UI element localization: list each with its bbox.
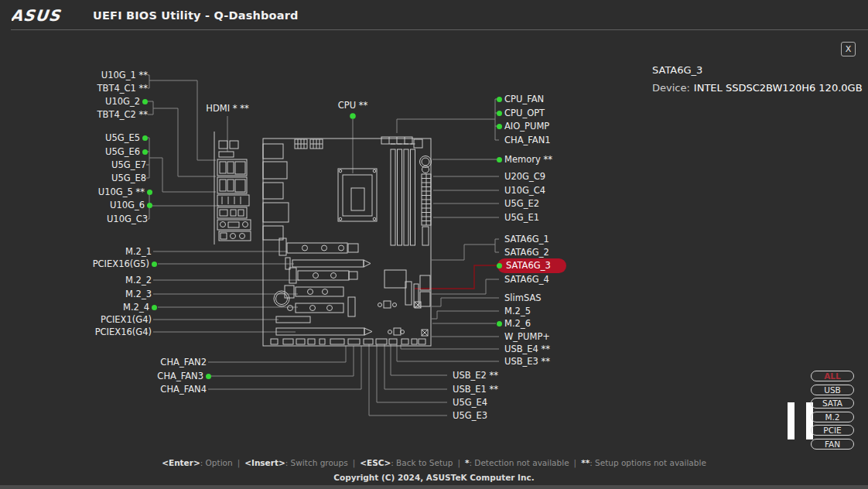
- port-label-text: SATA6G_4: [504, 274, 549, 285]
- port-label-TBT4_C2[interactable]: TBT4_C2 **: [97, 109, 148, 120]
- port-label-CHA_FAN2[interactable]: CHA_FAN2: [160, 357, 207, 368]
- port-label-M.2_3[interactable]: M.2_3: [125, 289, 152, 299]
- port-label-CHA_FAN1[interactable]: CHA_FAN1: [504, 135, 551, 145]
- status-dot: [142, 99, 148, 104]
- port-label-text: M.2_4: [123, 302, 149, 313]
- port-label-CPU_FAN[interactable]: CPU_FAN: [497, 94, 544, 104]
- key-hints: <Enter>: Option|<Insert>: Switch groups|…: [0, 458, 868, 467]
- port-label-M.2_5[interactable]: M.2_5: [504, 306, 531, 316]
- port-label-text: U10G_2: [105, 96, 140, 107]
- port-label-text: M.2_1: [125, 246, 152, 257]
- port-label-text: M.2_3: [125, 289, 152, 299]
- port-label-TBT4_C1[interactable]: TBT4_C1 **: [97, 83, 148, 94]
- port-label-text: SATA6G_2: [504, 247, 549, 258]
- port-label-text: CPU **: [338, 100, 368, 111]
- port-label-CHA_FAN3[interactable]: CHA_FAN3: [157, 371, 211, 381]
- status-dot: [142, 135, 148, 141]
- port-label-text: U10G_5 **: [98, 186, 145, 197]
- port-label-SATA6G_3[interactable]: SATA6G_3: [497, 260, 566, 271]
- port-label-text: CHA_FAN2: [160, 357, 207, 368]
- port-label-text: W_PUMP+: [504, 331, 550, 342]
- port-label-SlimSAS[interactable]: SlimSAS: [504, 292, 542, 303]
- port-label-text: USB_E4 **: [504, 344, 550, 354]
- port-label-text: U5G_E6: [105, 146, 140, 157]
- port-label-SATA6G_4[interactable]: SATA6G_4: [504, 274, 549, 285]
- port-label-M.2_2[interactable]: M.2_2: [125, 275, 152, 286]
- filter-button-m2[interactable]: M.2: [811, 412, 854, 422]
- port-label-AIO_PUMP[interactable]: AIO_PUMP: [497, 121, 549, 132]
- port-label-U5G_E2[interactable]: U5G_E2: [504, 198, 539, 209]
- port-label-U20G_C9[interactable]: U20G_C9: [504, 171, 545, 182]
- port-label-CPU[interactable]: CPU **: [338, 100, 368, 111]
- port-label-text: Memory **: [504, 154, 552, 165]
- port-label-text: M.2_2: [125, 275, 152, 286]
- port-label-text: SATA6G_1: [504, 234, 549, 244]
- status-dot: [147, 203, 152, 208]
- port-label-SATA6G_1[interactable]: SATA6G_1: [504, 234, 549, 244]
- port-label-SATA6G_2[interactable]: SATA6G_2: [504, 247, 549, 258]
- hint-desc: : Switch groups: [285, 458, 348, 467]
- port-label-M.2_1[interactable]: M.2_1: [125, 246, 152, 257]
- port-label-PCIEX16(G4)[interactable]: PCIEX16(G4): [95, 327, 152, 337]
- filter-button-fan[interactable]: FAN: [811, 439, 854, 450]
- port-label-text: CHA_FAN4: [160, 384, 207, 395]
- port-label-text: PCIEX1(G4): [101, 314, 152, 325]
- bottom-edge-strip: [0, 485, 868, 489]
- port-label-text: CHA_FAN3: [157, 371, 203, 381]
- port-label-text: M.2_6: [504, 318, 531, 329]
- port-label-CHA_FAN4[interactable]: CHA_FAN4: [160, 384, 207, 395]
- port-label-text: U5G_E3: [453, 410, 487, 421]
- filter-button-all[interactable]: ALL: [811, 371, 854, 381]
- port-label-U10G_1[interactable]: U10G_1 **: [101, 70, 148, 80]
- port-label-CPU_OPT[interactable]: CPU_OPT: [497, 108, 545, 118]
- port-label-HDMI[interactable]: HDMI * **: [206, 103, 248, 114]
- port-label-U5G_E6[interactable]: U5G_E6: [105, 146, 148, 157]
- filter-button-sata[interactable]: SATA: [811, 398, 854, 409]
- port-label-text: M.2_5: [504, 306, 531, 316]
- port-label-U10G_6[interactable]: U10G_6: [110, 200, 152, 210]
- selected-leader-line: [415, 265, 500, 289]
- port-label-U5G_E4[interactable]: U5G_E4: [453, 397, 487, 408]
- port-label-text: HDMI * **: [206, 103, 248, 114]
- port-label-text: U5G_E2: [504, 198, 539, 209]
- hint-separator: |: [457, 458, 460, 467]
- hint-desc: : Option: [200, 458, 233, 467]
- port-label-U10G_2[interactable]: U10G_2: [105, 96, 148, 107]
- hint-desc: : Setup options not available: [589, 458, 706, 467]
- port-label-U10G_C4[interactable]: U10G_C4: [504, 185, 545, 196]
- port-label-text: USB_E1 **: [453, 384, 498, 395]
- port-label-text: U5G_E4: [453, 397, 487, 408]
- port-label-U5G_E3[interactable]: U5G_E3: [453, 410, 487, 421]
- filter-button-usb[interactable]: USB: [811, 385, 854, 395]
- port-label-PCIEX1(G4)[interactable]: PCIEX1(G4): [101, 314, 152, 325]
- port-label-text: U10G_1 **: [101, 70, 148, 80]
- status-dot: [206, 374, 211, 379]
- port-label-text: U5G_E8: [111, 173, 146, 183]
- port-label-text: U5G_E5: [105, 132, 140, 143]
- group-indicator-bar: [788, 402, 795, 439]
- port-label-W_PUMP+[interactable]: W_PUMP+: [504, 331, 550, 342]
- port-label-U5G_E5[interactable]: U5G_E5: [105, 132, 148, 143]
- hint-separator: |: [574, 458, 577, 467]
- port-label-U10G_5[interactable]: U10G_5 **: [98, 186, 152, 197]
- port-label-Memory[interactable]: Memory **: [497, 154, 552, 165]
- port-label-USB_E4[interactable]: USB_E4 **: [504, 344, 550, 354]
- status-dot: [152, 305, 157, 310]
- status-dot: [152, 262, 157, 267]
- hint-separator: |: [238, 458, 241, 467]
- port-label-U10G_C3[interactable]: U10G_C3: [107, 214, 148, 224]
- port-label-text: PCIEX16(G5): [93, 258, 149, 269]
- port-label-USB_E2[interactable]: USB_E2 **: [453, 370, 498, 381]
- filter-button-pcie[interactable]: PCIE: [811, 425, 854, 436]
- port-label-U5G_E7[interactable]: U5G_E7: [111, 159, 146, 170]
- port-label-M.2_6[interactable]: M.2_6: [497, 318, 531, 329]
- port-label-U5G_E8[interactable]: U5G_E8: [111, 173, 146, 183]
- status-dot: [497, 263, 502, 268]
- port-label-USB_E3[interactable]: USB_E3 **: [504, 356, 550, 367]
- port-label-M.2_4[interactable]: M.2_4: [123, 302, 157, 313]
- hint-desc: : Back to Setup: [391, 458, 453, 467]
- hint-key: <Enter>: [162, 458, 200, 467]
- port-label-USB_E1[interactable]: USB_E1 **: [453, 384, 498, 395]
- port-label-U5G_E1[interactable]: U5G_E1: [504, 212, 539, 223]
- port-label-PCIEX16(G5)[interactable]: PCIEX16(G5): [93, 258, 157, 269]
